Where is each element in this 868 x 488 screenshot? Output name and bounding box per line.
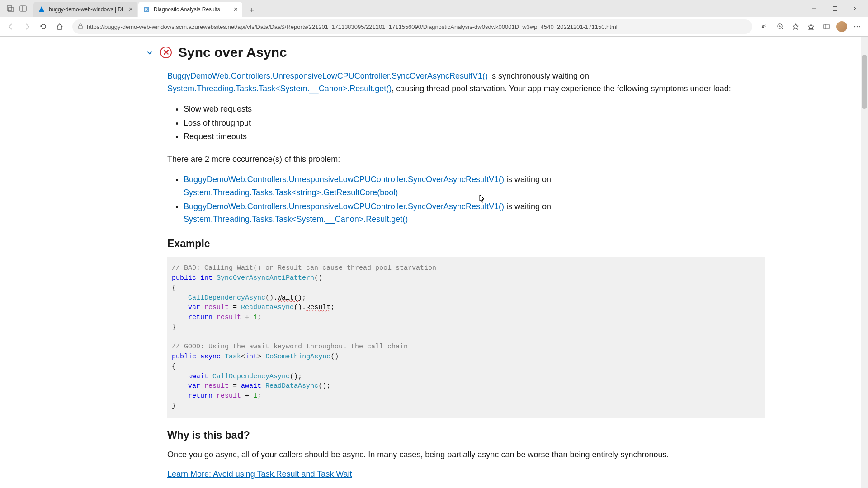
section-title: Sync over Async [178,45,287,60]
error-icon: ✕ [160,47,172,58]
lock-icon [78,23,83,31]
vertical-scrollbar[interactable] [861,37,868,488]
close-icon[interactable]: × [234,6,238,13]
more-occurrences-text: There are 2 more occurrence(s) of this p… [167,153,765,166]
list-item: Request timeouts [184,130,765,143]
method-link[interactable]: System.Threading.Tasks.Task<System.__Can… [167,84,392,93]
list-item: Slow web requests [184,103,765,116]
tab-strip: buggy-demo-web-windows | Di × K Diagnost… [33,0,259,17]
method-link[interactable]: BuggyDemoWeb.Controllers.UnresponsiveLow… [184,175,504,184]
back-button[interactable] [4,19,18,34]
scrollbar-thumb[interactable] [862,55,867,109]
tab-inactive[interactable]: buggy-demo-web-windows | Di × [33,2,137,17]
svg-rect-1 [9,7,13,12]
maximize-button[interactable] [825,1,845,16]
browser-chrome: buggy-demo-web-windows | Di × K Diagnost… [0,0,868,37]
chevron-down-icon[interactable] [146,48,154,56]
tab-title: buggy-demo-web-windows | Di [49,6,125,13]
svg-point-21 [859,26,860,27]
sidebar-icon[interactable] [18,4,28,14]
method-link[interactable]: BuggyDemoWeb.Controllers.UnresponsiveLow… [184,202,504,211]
menu-button[interactable] [850,19,864,34]
occurrences-list: BuggyDemoWeb.Controllers.UnresponsiveLow… [184,173,765,226]
url-input[interactable]: https://buggy-demo-web-windows.scm.azure… [72,19,752,34]
why-heading: Why is this bad? [167,429,765,441]
method-link[interactable]: System.Threading.Tasks.Task<System.__Can… [184,215,408,224]
close-window-button[interactable] [845,1,866,16]
svg-text:A⁹: A⁹ [761,24,766,29]
refresh-button[interactable] [36,19,51,34]
favorites-icon[interactable] [788,19,803,34]
tab-actions-icon[interactable] [5,4,15,14]
tab-active[interactable]: K Diagnostic Analysis Results × [138,2,242,17]
svg-point-20 [857,26,858,27]
new-tab-button[interactable]: + [245,4,259,17]
collections-icon[interactable] [819,19,834,34]
read-aloud-icon[interactable]: A⁹ [758,19,772,34]
svg-line-13 [782,28,783,29]
azure-favicon [38,6,45,13]
list-item: BuggyDemoWeb.Controllers.UnresponsiveLow… [184,173,765,199]
section-header[interactable]: ✕ Sync over Async [146,45,765,60]
list-item: Loss of throughput [184,117,765,130]
url-text: https://buggy-demo-web-windows.scm.azure… [87,23,618,30]
why-text: Once you go async, all of your callers s… [167,449,765,461]
svg-text:K: K [145,7,148,12]
list-item: BuggyDemoWeb.Controllers.UnresponsiveLow… [184,200,765,226]
report-content: ✕ Sync over Async BuggyDemoWeb.Controlle… [81,37,787,488]
svg-rect-2 [20,6,26,11]
page-viewport: ✕ Sync over Async BuggyDemoWeb.Controlle… [0,37,868,488]
close-icon[interactable]: × [129,6,133,13]
svg-rect-0 [7,6,12,10]
kudu-favicon: K [143,6,150,13]
intro-paragraph: BuggyDemoWeb.Controllers.UnresponsiveLow… [167,70,765,95]
address-bar: https://buggy-demo-web-windows.scm.azure… [0,17,868,36]
code-example: // BAD: Calling Wait() or Result can cau… [167,257,765,417]
method-link[interactable]: BuggyDemoWeb.Controllers.UnresponsiveLow… [167,71,488,80]
symptoms-list: Slow web requests Loss of throughput Req… [184,103,765,143]
method-link[interactable]: System.Threading.Tasks.Task<string>.GetR… [184,188,398,197]
svg-rect-7 [833,7,837,11]
zoom-icon[interactable] [773,19,788,34]
example-heading: Example [167,238,765,250]
learn-more-link[interactable]: Learn More: Avoid using Task.Result and … [167,469,352,479]
profile-avatar[interactable] [835,19,849,34]
svg-rect-17 [824,24,829,29]
home-button[interactable] [52,19,67,34]
favorites-bar-icon[interactable] [804,19,818,34]
svg-point-19 [854,26,855,27]
titlebar: buggy-demo-web-windows | Di × K Diagnost… [0,0,868,17]
tab-title: Diagnostic Analysis Results [154,6,230,13]
svg-rect-10 [79,26,82,29]
minimize-button[interactable] [804,1,825,16]
avatar [836,21,847,32]
forward-button[interactable] [20,19,34,34]
